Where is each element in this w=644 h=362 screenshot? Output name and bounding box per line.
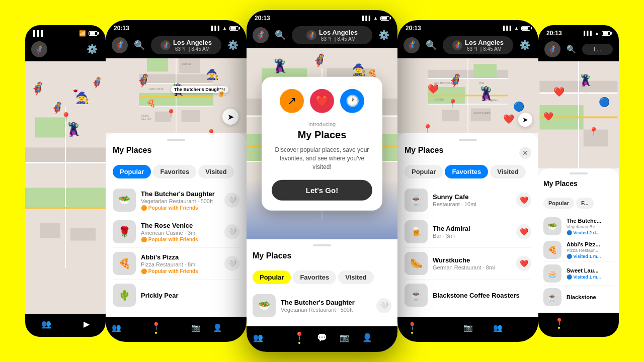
place-tag-2-2: 🟠 Popular with Friends bbox=[141, 268, 219, 274]
place-favorite-4-0[interactable]: ❤️ bbox=[516, 193, 531, 208]
place-thumb-5-1: 🍕 bbox=[543, 241, 561, 259]
map-4: West Hollywood Hills Los Angeles LADERA … bbox=[397, 58, 538, 133]
place-tag-5-2: 🔵 Visited 1 m... bbox=[567, 275, 614, 280]
place-item-5-2: 🧁 Sweet Lau... 🔵 Visited 1 m... bbox=[543, 262, 614, 286]
tab-popular-3[interactable]: Popular bbox=[253, 270, 291, 284]
tab-visited-4[interactable]: Visited bbox=[490, 165, 525, 178]
mini-sheet-title-3: My Places bbox=[253, 251, 291, 260]
tab-visited-2[interactable]: Visited bbox=[198, 165, 233, 178]
place-info-2-2: Abbi's Pizza Pizza Restaurant · 8mi 🟠 Po… bbox=[141, 253, 219, 274]
settings-icon-2[interactable]: ⚙️ bbox=[225, 38, 240, 53]
svg-text:DEL REY: DEL REY bbox=[141, 118, 152, 120]
tab-visited-3[interactable]: Visited bbox=[338, 270, 373, 284]
nav-arrow-2[interactable]: ➤ bbox=[222, 109, 238, 125]
chat-icon-5[interactable]: ☐ bbox=[596, 319, 603, 327]
trending-icon: ↗ bbox=[280, 89, 304, 113]
avatar-2: 🦸 bbox=[112, 37, 128, 53]
map-icon-2[interactable]: 📍 bbox=[151, 322, 161, 331]
place-sub-4-1: Bar · 3mi bbox=[433, 233, 511, 239]
place-item-4-3: ☕ Blackstone Coffee Roasters bbox=[405, 280, 531, 311]
location-display-3[interactable]: 🦸 Los Angeles 63 °F | 8:45 AM bbox=[292, 26, 372, 44]
tab-favorites-4[interactable]: Favorites bbox=[445, 165, 488, 178]
phone-4: 20:13 ▌▌▌ ▲ 🦸 🔍 🦸 Los Angeles 63 °F | 8:… bbox=[397, 20, 538, 342]
place-info-2-3: Prickly Pear bbox=[141, 292, 239, 299]
tab-popular-5[interactable]: Popular bbox=[543, 198, 574, 209]
lets-go-button[interactable]: Let's Go! bbox=[272, 180, 372, 201]
signal-icon-4: ▌▌▌ bbox=[503, 26, 513, 31]
bottom-nav-3: 👥 ▶ 📍 💬 📷 👤 ▶ bbox=[247, 326, 397, 352]
search-icon-4[interactable]: 🔍 bbox=[424, 38, 439, 53]
friends-icon-1[interactable]: 👥 bbox=[41, 319, 51, 329]
search-icon-5[interactable]: 🔍 bbox=[565, 43, 578, 56]
tab-popular-4[interactable]: Popular bbox=[405, 165, 443, 178]
location-avatar-2: 🦸 bbox=[160, 40, 171, 50]
place-thumb-4-0: ☕ bbox=[405, 189, 428, 212]
place-item-2-2: 🍕 Abbi's Pizza Pizza Restaurant · 8mi 🟠 … bbox=[113, 248, 239, 280]
search-icon-2[interactable]: 🔍 bbox=[132, 38, 147, 53]
camera-icon-4[interactable]: 📷 bbox=[463, 323, 473, 332]
play2-icon-3[interactable]: ▶ bbox=[385, 333, 391, 342]
place-favorite-4-2[interactable]: ❤️ bbox=[516, 256, 531, 271]
place-item-4-0: ☕ Sunny Cafe Restaurant · 10mi ❤️ bbox=[405, 185, 531, 216]
camera-icon-2[interactable]: 📷 bbox=[191, 323, 201, 332]
chat-icon-2[interactable]: ☐ bbox=[173, 323, 179, 332]
friends-icon-2[interactable]: 👥 bbox=[112, 323, 121, 332]
place-favorite-2-0[interactable]: 🤍 bbox=[224, 193, 239, 208]
phones-container: ▌▌▌ 📶 🦸 ⚙️ bbox=[0, 0, 644, 362]
play2-icon-2[interactable]: ▶ bbox=[234, 323, 240, 332]
chat-icon-4[interactable]: ☐ bbox=[437, 323, 443, 332]
play-icon-1[interactable]: ▶ bbox=[84, 319, 90, 329]
map-icon-3[interactable]: 📍 bbox=[294, 331, 304, 341]
location-avatar-3: 🦸 bbox=[306, 30, 316, 40]
location-5[interactable]: L... bbox=[582, 44, 613, 55]
svg-text:SAINT JAMES: SAINT JAMES bbox=[473, 112, 491, 115]
map-icon-4[interactable]: 📍 bbox=[408, 322, 417, 331]
place-item-2-0: 🥗 The Butcher's Daughter Vegetarian Rest… bbox=[113, 185, 239, 216]
weather-4: 63 °F | 8:45 AM bbox=[465, 46, 504, 52]
friends-icon-3[interactable]: 👥 bbox=[253, 333, 263, 342]
avatar-3: 🦸 bbox=[253, 27, 269, 43]
nav-arrow-4[interactable]: ➤ bbox=[518, 113, 532, 127]
tab-favorites-2[interactable]: Favorites bbox=[153, 165, 196, 178]
settings-icon-4[interactable]: ⚙️ bbox=[517, 38, 532, 53]
snap-dot-5 bbox=[558, 327, 560, 329]
place-favorite-2-1[interactable]: 🤍 bbox=[224, 224, 239, 239]
sheet-header-5: My Places bbox=[543, 179, 614, 193]
status-bar-3: 20:13 ▌▌▌ ▲ bbox=[247, 10, 397, 24]
play-icon-3[interactable]: ▶ bbox=[276, 333, 282, 342]
place-thumb-5-0: 🥗 bbox=[543, 217, 561, 235]
place-name-5-3: Blackstone bbox=[567, 294, 614, 300]
user-icon-2[interactable]: 👤 bbox=[213, 323, 222, 332]
chat-icon-3[interactable]: 💬 bbox=[317, 333, 327, 342]
tab-f-5[interactable]: F... bbox=[576, 198, 594, 209]
sheet-close-4[interactable]: ✕ bbox=[519, 147, 531, 159]
play-icon-4[interactable]: ▶ bbox=[522, 323, 528, 332]
place-favorite-4-1[interactable]: ❤️ bbox=[516, 224, 531, 239]
place-name-2-3: Prickly Pear bbox=[141, 292, 239, 299]
settings-icon-1[interactable]: ⚙️ bbox=[85, 42, 100, 57]
avatar-5: 🦸 bbox=[544, 41, 560, 57]
friends-icon-4[interactable]: 👥 bbox=[493, 323, 503, 332]
status-icons-2: ▌▌▌ ▲ bbox=[211, 26, 238, 31]
place-thumb-2-2: 🍕 bbox=[113, 252, 136, 275]
place-favorite-2-2[interactable]: 🤍 bbox=[224, 256, 239, 271]
search-icon-3[interactable]: 🔍 bbox=[273, 28, 288, 43]
place-info-4-2: Wurstkuche German Restaurant · 8mi bbox=[433, 256, 511, 270]
camera-icon-3[interactable]: 📷 bbox=[340, 333, 350, 342]
weather-3: 63 °F | 8:45 AM bbox=[319, 36, 358, 42]
place-favorite-3-0[interactable]: 🤍 bbox=[376, 298, 391, 313]
location-display-4[interactable]: 🦸 Los Angeles 63 °F | 8:45 AM bbox=[443, 36, 513, 54]
location-display-2[interactable]: 🦸 Los Angeles 63 °F | 8:45 AM bbox=[151, 36, 221, 54]
play-icon-2[interactable]: ▶ bbox=[133, 323, 139, 332]
map-icon-5[interactable]: 📍 bbox=[555, 318, 564, 326]
user-icon-3[interactable]: 👤 bbox=[362, 333, 372, 342]
settings-icon-3[interactable]: ⚙️ bbox=[376, 28, 391, 43]
tab-popular-2[interactable]: Popular bbox=[113, 165, 151, 178]
snap-dot-2 bbox=[155, 332, 157, 334]
tab-favorites-3[interactable]: Favorites bbox=[293, 270, 336, 284]
place-name-4-2: Wurstkuche bbox=[433, 256, 511, 264]
place-tag-2-0: 🟠 Popular with Friends bbox=[141, 205, 219, 211]
place-sub-5-1: Pizza Restaur... bbox=[567, 248, 614, 253]
location-text-3: Los Angeles bbox=[319, 29, 358, 36]
signal-icon-2: ▌▌▌ bbox=[211, 26, 221, 31]
